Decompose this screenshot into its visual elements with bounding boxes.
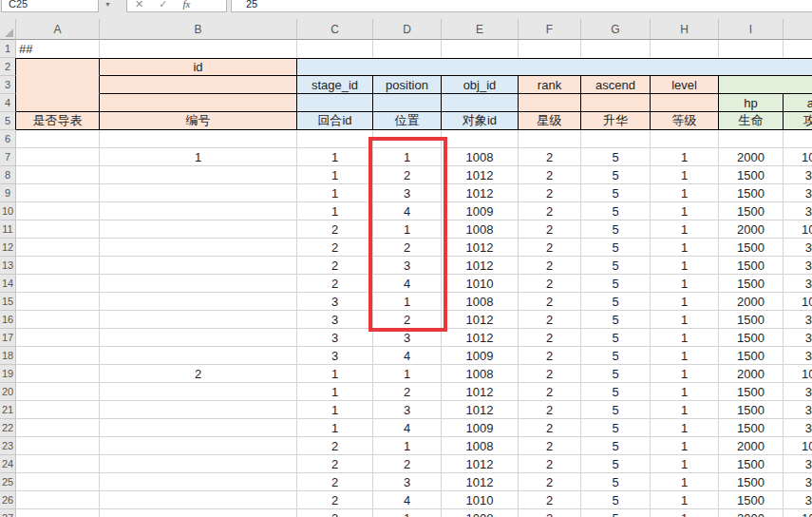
cell-J9[interactable]: 300 bbox=[784, 184, 812, 202]
cell-C15[interactable]: 3 bbox=[297, 293, 373, 311]
cell-H1[interactable] bbox=[651, 40, 719, 58]
cell-I5-hp[interactable]: 生命 bbox=[719, 112, 784, 130]
cell-B4[interactable] bbox=[100, 94, 297, 112]
cell-D6[interactable] bbox=[373, 130, 442, 148]
col-header-C[interactable]: C bbox=[297, 19, 373, 40]
cell-J17[interactable]: 300 bbox=[784, 329, 812, 347]
cell-C14[interactable]: 2 bbox=[297, 275, 373, 293]
cell-A13[interactable] bbox=[16, 257, 100, 275]
cell-J24[interactable]: 300 bbox=[784, 455, 812, 473]
cell-A2[interactable] bbox=[16, 58, 100, 76]
cell-F12[interactable]: 2 bbox=[519, 239, 581, 257]
cell-C8[interactable]: 1 bbox=[297, 166, 373, 184]
cell-B20[interactable] bbox=[100, 383, 297, 401]
row-number[interactable]: 6 bbox=[0, 130, 16, 148]
cell-I16[interactable]: 1500 bbox=[719, 311, 784, 329]
cell-J15[interactable]: 1000 bbox=[784, 293, 812, 311]
cell-E1[interactable] bbox=[442, 40, 519, 58]
cell-B21[interactable] bbox=[100, 401, 297, 419]
cell-J22[interactable]: 300 bbox=[784, 419, 812, 437]
cell-F6[interactable] bbox=[519, 130, 581, 148]
cell-G12[interactable]: 5 bbox=[581, 239, 651, 257]
cell-E16[interactable]: 1012 bbox=[442, 311, 519, 329]
cell-I12[interactable]: 1500 bbox=[719, 239, 784, 257]
cell-J4-atk[interactable]: atk bbox=[784, 94, 812, 112]
cell-H3-level[interactable]: level bbox=[651, 76, 719, 94]
cell-G18[interactable]: 5 bbox=[581, 347, 651, 365]
cell-G6[interactable] bbox=[581, 130, 651, 148]
cell-H12[interactable]: 1 bbox=[651, 239, 719, 257]
cell-C22[interactable]: 1 bbox=[297, 419, 373, 437]
cell-D14[interactable]: 4 bbox=[373, 275, 442, 293]
cell-A27[interactable] bbox=[16, 509, 100, 517]
cell-F3-rank[interactable]: rank bbox=[519, 76, 581, 94]
cell-F21[interactable]: 2 bbox=[519, 401, 581, 419]
cell-H7[interactable]: 1 bbox=[651, 148, 719, 166]
cell-I6[interactable] bbox=[719, 130, 784, 148]
cell-A21[interactable] bbox=[16, 401, 100, 419]
cell-F19[interactable]: 2 bbox=[519, 365, 581, 383]
cell-J12[interactable]: 300 bbox=[784, 239, 812, 257]
row-number[interactable]: 17 bbox=[0, 329, 16, 347]
cell-B5-number[interactable]: 编号 bbox=[100, 112, 297, 130]
row-number[interactable]: 15 bbox=[0, 293, 16, 311]
cell-I23[interactable]: 2000 bbox=[719, 437, 784, 455]
cell-B13[interactable] bbox=[100, 257, 297, 275]
name-box-dropdown-icon[interactable]: ▼ bbox=[104, 1, 111, 8]
cell-G20[interactable]: 5 bbox=[581, 383, 651, 401]
cell-A3[interactable] bbox=[16, 76, 100, 94]
cell-F9[interactable]: 2 bbox=[519, 184, 581, 202]
cell-D15[interactable]: 1 bbox=[373, 293, 442, 311]
cell-G14[interactable]: 5 bbox=[581, 275, 651, 293]
cell-J23[interactable]: 1000 bbox=[784, 437, 812, 455]
cell-E12[interactable]: 1012 bbox=[442, 239, 519, 257]
cell-H21[interactable]: 1 bbox=[651, 401, 719, 419]
cell-A25[interactable] bbox=[16, 473, 100, 491]
cell-E3-obj-id[interactable]: obj_id bbox=[442, 76, 519, 94]
cell-H15[interactable]: 1 bbox=[651, 293, 719, 311]
cell-F22[interactable]: 2 bbox=[519, 419, 581, 437]
cell-F26[interactable]: 2 bbox=[519, 491, 581, 509]
cell-B8[interactable] bbox=[100, 166, 297, 184]
cell-D7[interactable]: 1 bbox=[373, 148, 442, 166]
cell-H5-level[interactable]: 等级 bbox=[651, 112, 719, 130]
cell-E7[interactable]: 1008 bbox=[442, 148, 519, 166]
row-number[interactable]: 16 bbox=[0, 311, 16, 329]
cell-I3-stats-band[interactable] bbox=[719, 76, 812, 94]
cell-D17[interactable]: 3 bbox=[373, 329, 442, 347]
row-number[interactable]: 3 bbox=[0, 76, 16, 94]
row-number[interactable]: 7 bbox=[0, 148, 16, 166]
cell-B11[interactable] bbox=[100, 220, 297, 239]
cell-I18[interactable]: 1500 bbox=[719, 347, 784, 365]
cell-A12[interactable] bbox=[16, 239, 100, 257]
row-number[interactable]: 8 bbox=[0, 166, 16, 184]
cell-C4[interactable] bbox=[297, 94, 373, 112]
cell-H23[interactable]: 1 bbox=[651, 437, 719, 455]
row-number[interactable]: 1 bbox=[0, 40, 16, 58]
cell-E27[interactable]: 1008 bbox=[442, 509, 519, 517]
cell-B24[interactable] bbox=[100, 455, 297, 473]
cell-I17[interactable]: 1500 bbox=[719, 329, 784, 347]
cell-G19[interactable]: 5 bbox=[581, 365, 651, 383]
cell-G4[interactable] bbox=[581, 94, 651, 112]
cell-A1[interactable]: ## bbox=[16, 40, 100, 58]
cell-H27[interactable]: 1 bbox=[651, 509, 719, 517]
cell-A8[interactable] bbox=[16, 166, 100, 184]
cell-F14[interactable]: 2 bbox=[519, 275, 581, 293]
cell-J18[interactable]: 300 bbox=[784, 347, 812, 365]
cell-C7[interactable]: 1 bbox=[297, 148, 373, 166]
row-number[interactable]: 12 bbox=[0, 239, 16, 257]
row-number[interactable]: 25 bbox=[0, 473, 16, 491]
row-number[interactable]: 27 bbox=[0, 509, 16, 517]
col-header-A[interactable]: A bbox=[16, 19, 100, 40]
cell-E4[interactable] bbox=[442, 94, 519, 112]
cell-H6[interactable] bbox=[651, 130, 719, 148]
cell-B1[interactable] bbox=[100, 40, 297, 58]
cell-I13[interactable]: 1500 bbox=[719, 257, 784, 275]
cell-F20[interactable]: 2 bbox=[519, 383, 581, 401]
cell-J5-atk[interactable]: 攻击 bbox=[784, 112, 812, 130]
cancel-icon[interactable]: ✕ bbox=[135, 0, 143, 10]
cell-B15[interactable] bbox=[100, 293, 297, 311]
cell-E6[interactable] bbox=[442, 130, 519, 148]
cell-C17[interactable]: 3 bbox=[297, 329, 373, 347]
